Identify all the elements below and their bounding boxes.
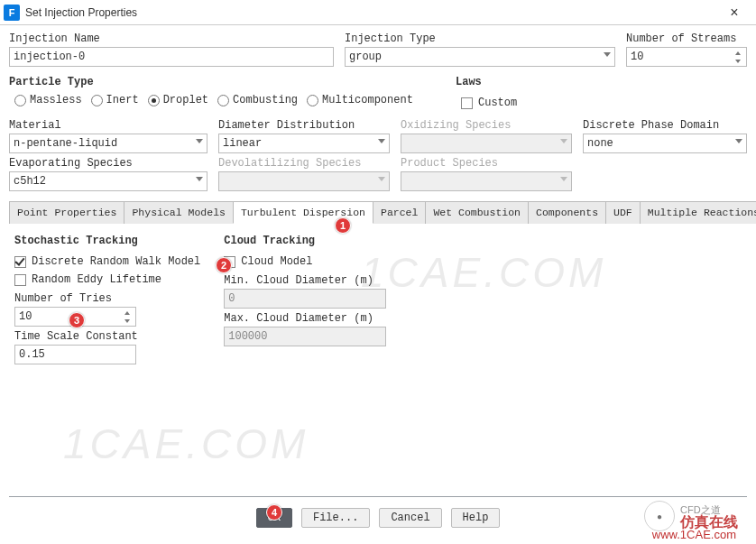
radio-icon [307, 95, 318, 106]
chevron-down-icon [604, 52, 611, 57]
diameter-label: Diameter Distribution [218, 117, 390, 134]
cloud-model-label: Cloud Model [241, 255, 312, 268]
cloud-min-input: 0 [224, 289, 386, 309]
devol-select [218, 171, 390, 191]
wechat-icon: ● [644, 501, 675, 531]
particle-type-radios: MasslessInertDropletCombustingMulticompo… [9, 88, 419, 110]
help-button[interactable]: Help [451, 508, 501, 528]
cloud-panel: Cloud Tracking Cloud Model Min. Cloud Di… [224, 233, 386, 364]
material-label: Material [9, 117, 207, 134]
tab-multiple-reactions[interactable]: Multiple Reactions [640, 201, 756, 224]
radio-icon [91, 95, 103, 106]
discrete-phase-label: Discrete Phase Domain [583, 117, 747, 134]
tab-point-properties[interactable]: Point Properties [9, 201, 124, 224]
tab-wet-combustion[interactable]: Wet Combustion [425, 201, 529, 224]
product-select [401, 171, 572, 191]
chevron-down-icon [735, 139, 742, 143]
discrete-phase-select[interactable]: none [583, 134, 747, 153]
checkbox-icon [14, 274, 26, 286]
injection-name-label: Injection Name [9, 31, 334, 47]
rel-label: Random Eddy Lifetime [32, 273, 161, 286]
particle-type-radio-massless[interactable]: Massless [14, 94, 82, 106]
oxidizing-label: Oxidizing Species [401, 117, 572, 134]
tsc-input[interactable]: 0.15 [14, 345, 136, 364]
particle-type-radio-droplet[interactable]: Droplet [148, 94, 208, 106]
evap-label: Evaporating Species [9, 155, 207, 171]
particle-type-title: Particle Type [9, 72, 419, 88]
chevron-down-icon [560, 177, 567, 181]
diameter-select[interactable]: linear [218, 134, 390, 153]
chevron-down-icon [196, 139, 203, 143]
tab-udf[interactable]: UDF [605, 201, 641, 224]
evap-select[interactable]: c5h12 [9, 171, 207, 191]
devol-label: Devolatilizing Species [218, 155, 390, 171]
rel-check[interactable]: Random Eddy Lifetime [14, 271, 200, 289]
stochastic-title: Stochastic Tracking [14, 233, 200, 253]
spinner-up-icon[interactable] [120, 309, 134, 317]
cloud-min-label: Min. Cloud Diameter (m) [224, 271, 386, 289]
injection-type-label: Injection Type [345, 31, 615, 47]
chevron-down-icon [196, 177, 203, 181]
product-label: Product Species [401, 155, 572, 171]
chevron-down-icon [560, 139, 567, 143]
cloud-max-input: 100000 [224, 327, 386, 346]
oxidizing-select [401, 134, 572, 153]
tries-label: Number of Tries [14, 289, 200, 307]
close-button[interactable]: × [716, 0, 752, 25]
injection-name-input[interactable]: injection-0 [9, 47, 334, 67]
tab-physical-models[interactable]: Physical Models [124, 201, 234, 224]
radio-icon [217, 95, 229, 106]
num-streams-label: Number of Streams [626, 31, 747, 47]
file-button[interactable]: File... [301, 508, 370, 528]
num-streams-input[interactable]: 10 [626, 47, 747, 67]
app-icon: F [4, 5, 20, 21]
checkbox-icon [14, 256, 26, 268]
window-title: Set Injection Properties [25, 6, 137, 19]
cloud-max-label: Max. Cloud Diameter (m) [224, 309, 386, 327]
particle-type-radio-multicomponent[interactable]: Multicomponent [307, 94, 413, 106]
checkbox-icon [461, 97, 473, 109]
cloud-title: Cloud Tracking [224, 233, 386, 253]
marker-3: 3 [69, 312, 85, 328]
marker-1: 1 [335, 217, 351, 234]
tab-components[interactable]: Components [528, 201, 606, 224]
watermark: ● CFD之道 仿真在线 [644, 501, 738, 531]
cloud-model-check[interactable]: Cloud Model [224, 253, 386, 271]
laws-title: Laws [456, 72, 747, 88]
chevron-down-icon [378, 177, 385, 181]
radio-icon [148, 95, 160, 106]
drw-check[interactable]: Discrete Random Walk Model [14, 253, 200, 271]
laws-custom-check[interactable]: Custom [461, 94, 517, 112]
drw-label: Discrete Random Walk Model [32, 255, 200, 268]
tsc-label: Time Scale Constant [14, 327, 200, 345]
marker-2: 2 [216, 257, 232, 273]
tab-parcel[interactable]: Parcel [373, 201, 426, 224]
watermark-site: www.1CAE.com [652, 528, 736, 541]
marker-4: 4 [266, 504, 282, 521]
particle-type-radio-combusting[interactable]: Combusting [217, 94, 298, 106]
stochastic-panel: Stochastic Tracking Discrete Random Walk… [14, 233, 200, 364]
injection-type-select[interactable]: group [345, 47, 615, 67]
tab-turbulent-dispersion[interactable]: Turbulent Dispersion [233, 201, 373, 224]
spinner-down-icon[interactable] [120, 317, 134, 325]
cancel-button[interactable]: Cancel [379, 508, 441, 528]
chevron-down-icon [378, 139, 385, 143]
radio-icon [14, 95, 26, 106]
spinner-down-icon[interactable] [731, 57, 745, 65]
laws-custom-label: Custom [478, 97, 517, 109]
material-select[interactable]: n-pentane-liquid [9, 134, 207, 153]
particle-type-radio-inert[interactable]: Inert [91, 94, 139, 106]
spinner-up-icon[interactable] [731, 49, 745, 57]
watermark-big: 1CAE.COM [63, 420, 309, 468]
